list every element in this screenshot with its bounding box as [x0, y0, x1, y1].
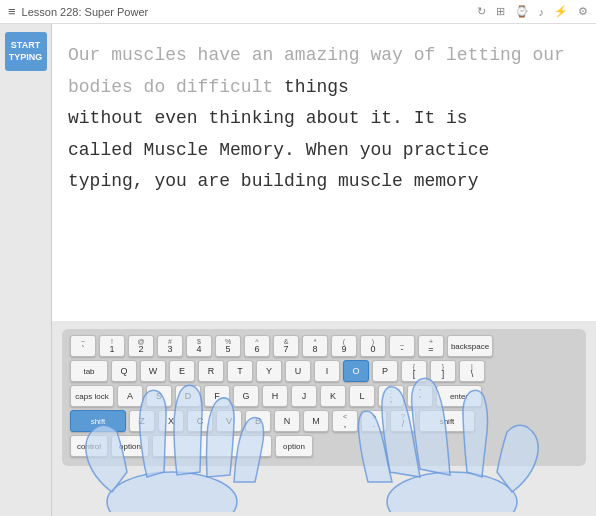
key-d[interactable]: D [175, 385, 201, 407]
key-p[interactable]: P [372, 360, 398, 382]
top-bar-right: ↻ ⊞ ⌚ ♪ ⚡ ⚙ [477, 5, 589, 18]
lesson-title: Lesson 228: Super Power [22, 6, 149, 18]
typing-text: Our muscles have an amazing way of letti… [68, 40, 576, 198]
key-shift-right[interactable]: shift [419, 410, 475, 432]
key-z[interactable]: Z [129, 410, 155, 432]
key-lbracket[interactable]: {[ [401, 360, 427, 382]
key-n[interactable]: N [274, 410, 300, 432]
asdf-row: caps lock A S D F G H J K L :; "' enter [70, 385, 578, 407]
zxcv-row: shift Z X C V B N M <, >. ?/ shift [70, 410, 578, 432]
key-i[interactable]: I [314, 360, 340, 382]
lightning-icon[interactable]: ⚡ [554, 5, 568, 18]
key-b[interactable]: B [245, 410, 271, 432]
key-space[interactable] [152, 435, 272, 457]
key-minus[interactable]: _- [389, 335, 415, 357]
key-c[interactable]: C [187, 410, 213, 432]
key-u[interactable]: U [285, 360, 311, 382]
key-a[interactable]: A [117, 385, 143, 407]
key-4[interactable]: $4 [186, 335, 212, 357]
key-s[interactable]: S [146, 385, 172, 407]
menu-icon[interactable]: ≡ [8, 4, 16, 19]
key-o[interactable]: O [343, 360, 369, 382]
bottom-row: control option option [70, 435, 578, 457]
settings-icon[interactable]: ⚙ [578, 5, 588, 18]
number-row: ~` !1 @2 #3 $4 %5 ^6 &7 *8 (9 )0 _- += b… [70, 335, 578, 357]
key-semicolon[interactable]: :; [378, 385, 404, 407]
key-option-left[interactable]: option [111, 435, 149, 457]
key-capslock[interactable]: caps lock [70, 385, 114, 407]
key-comma[interactable]: <, [332, 410, 358, 432]
start-typing-button[interactable]: STARTTYPING [5, 32, 47, 71]
key-9[interactable]: (9 [331, 335, 357, 357]
key-2[interactable]: @2 [128, 335, 154, 357]
key-backtick[interactable]: ~` [70, 335, 96, 357]
grid-icon[interactable]: ⊞ [496, 5, 505, 18]
key-g[interactable]: G [233, 385, 259, 407]
key-y[interactable]: Y [256, 360, 282, 382]
key-k[interactable]: K [320, 385, 346, 407]
qwerty-row: tab Q W E R T Y U I O P {[ }] |\ [70, 360, 578, 382]
key-6[interactable]: ^6 [244, 335, 270, 357]
key-l[interactable]: L [349, 385, 375, 407]
key-f[interactable]: F [204, 385, 230, 407]
key-backspace[interactable]: backspace [447, 335, 493, 357]
key-q[interactable]: Q [111, 360, 137, 382]
key-r[interactable]: R [198, 360, 224, 382]
history-icon[interactable]: ⌚ [515, 5, 529, 18]
key-quote[interactable]: "' [407, 385, 433, 407]
key-5[interactable]: %5 [215, 335, 241, 357]
key-e[interactable]: E [169, 360, 195, 382]
keyboard-area: ~` !1 @2 #3 $4 %5 ^6 &7 *8 (9 )0 _- += b… [52, 321, 596, 516]
key-x[interactable]: X [158, 410, 184, 432]
key-3[interactable]: #3 [157, 335, 183, 357]
key-enter[interactable]: enter [436, 385, 482, 407]
keyboard: ~` !1 @2 #3 $4 %5 ^6 &7 *8 (9 )0 _- += b… [62, 329, 586, 466]
refresh-icon[interactable]: ↻ [477, 5, 486, 18]
key-7[interactable]: &7 [273, 335, 299, 357]
key-control[interactable]: control [70, 435, 108, 457]
key-shift-left[interactable]: shift [70, 410, 126, 432]
audio-icon[interactable]: ♪ [539, 6, 545, 18]
key-equals[interactable]: += [418, 335, 444, 357]
remaining-text: without even thinking about it. It iscal… [68, 108, 489, 191]
top-bar-left: ≡ Lesson 228: Super Power [8, 4, 148, 19]
key-slash[interactable]: ?/ [390, 410, 416, 432]
key-t[interactable]: T [227, 360, 253, 382]
key-m[interactable]: M [303, 410, 329, 432]
top-bar: ≡ Lesson 228: Super Power ↻ ⊞ ⌚ ♪ ⚡ ⚙ [0, 0, 596, 24]
key-h[interactable]: H [262, 385, 288, 407]
key-1[interactable]: !1 [99, 335, 125, 357]
key-backslash[interactable]: |\ [459, 360, 485, 382]
key-rbracket[interactable]: }] [430, 360, 456, 382]
key-j[interactable]: J [291, 385, 317, 407]
key-tab[interactable]: tab [70, 360, 108, 382]
key-v[interactable]: V [216, 410, 242, 432]
key-0[interactable]: )0 [360, 335, 386, 357]
key-period[interactable]: >. [361, 410, 387, 432]
sidebar: STARTTYPING [0, 24, 52, 516]
key-8[interactable]: *8 [302, 335, 328, 357]
current-word: things [284, 77, 349, 97]
key-option-right[interactable]: option [275, 435, 313, 457]
key-w[interactable]: W [140, 360, 166, 382]
